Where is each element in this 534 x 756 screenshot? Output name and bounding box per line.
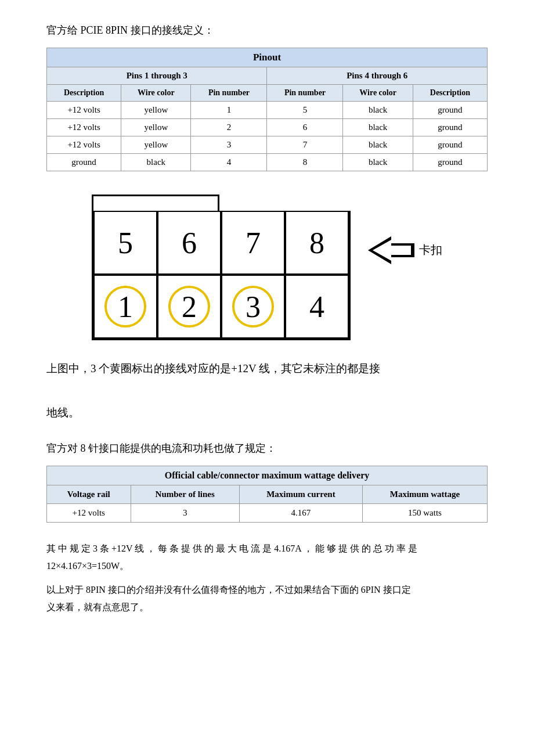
pin-cell: 7: [221, 211, 285, 275]
pinout-table: Pinout Pins 1 through 3 Pins 4 through 6…: [46, 48, 488, 171]
table-row: groundblack48blackground: [47, 154, 488, 171]
pin-cell: 5: [93, 211, 157, 275]
col1-header: Pins 1 through 3: [47, 67, 267, 85]
intro-text: 官方给 PCIE 8PIN 接口的接线定义：: [46, 23, 488, 37]
col-desc2: Description: [413, 85, 487, 102]
col-wire2: Wire color: [343, 85, 413, 102]
pin-cell: 3: [221, 275, 285, 339]
pin-grid: 56781234: [92, 211, 351, 340]
col-wire1: Wire color: [121, 85, 191, 102]
watt-col-lines: Number of lines: [131, 485, 239, 504]
col-desc1: Description: [47, 85, 121, 102]
table-row: +12 voltsyellow37blackground: [47, 136, 488, 154]
pin-cell: 4: [285, 275, 349, 339]
arrow-icon: [368, 236, 414, 264]
wattage-title: Official cable/connector maximum wattage…: [47, 466, 488, 485]
svg-marker-1: [373, 240, 411, 261]
bottom-text1: 其 中 规 定 3 条 +12V 线 ， 每 条 提 供 的 最 大 电 流 是…: [46, 540, 488, 575]
pin-cell: 6: [157, 211, 221, 275]
kakou-label: 卡扣: [419, 242, 442, 258]
wattage-table: Official cable/connector maximum wattage…: [46, 466, 488, 523]
col2-header: Pins 4 through 6: [267, 67, 488, 85]
pin-cell: 1: [93, 275, 157, 339]
pin-diagram-left: 56781234: [92, 195, 351, 340]
section2-intro: 官方对 8 针接口能提供的电流和功耗也做了规定：: [46, 441, 488, 455]
col-pin1: Pin number: [191, 85, 267, 102]
col-pin2: Pin number: [267, 85, 343, 102]
pinout-title: Pinout: [47, 48, 488, 67]
kakou-area: 卡扣: [368, 236, 442, 264]
pin-cell: 2: [157, 275, 221, 339]
bottom-text2: 以上对于 8PIN 接口的介绍并没有什么值得奇怪的地方，不过如果结合下面的 6P…: [46, 581, 488, 617]
watt-col-current: Maximum current: [239, 485, 362, 504]
mid-text: 上图中，3 个黄圈标出的接线对应的是+12V 线，其它未标注的都是接 地线。: [46, 358, 488, 424]
pin-cell: 8: [285, 211, 349, 275]
pin-diagram-wrapper: 56781234 卡扣: [46, 195, 488, 340]
watt-col-wattage: Maximum wattage: [362, 485, 487, 504]
table-row: +12 voltsyellow15blackground: [47, 102, 488, 119]
watt-col-voltage: Voltage rail: [47, 485, 131, 504]
table-row: +12 voltsyellow26blackground: [47, 119, 488, 136]
table-row: +12 volts34.167150 watts: [47, 504, 488, 523]
